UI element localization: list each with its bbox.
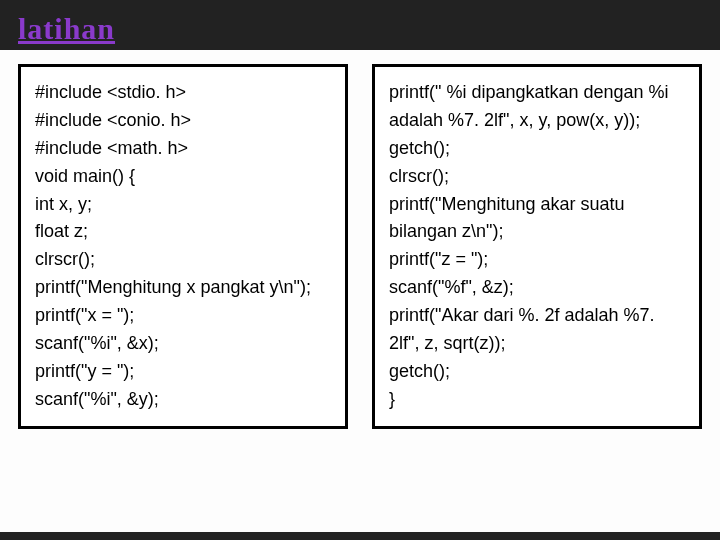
- code-line: void main() {: [35, 163, 331, 191]
- code-line: #include <math. h>: [35, 135, 331, 163]
- code-line: #include <stdio. h>: [35, 79, 331, 107]
- code-line: printf("Akar dari %. 2f adalah %7. 2lf",…: [389, 302, 685, 358]
- code-line: }: [389, 386, 685, 414]
- code-line: printf("x = ");: [35, 302, 331, 330]
- header-bar: latihan: [0, 0, 720, 50]
- code-line: scanf("%i", &x);: [35, 330, 331, 358]
- code-line: int x, y;: [35, 191, 331, 219]
- code-line: printf(" %i dipangkatkan dengan %i adala…: [389, 79, 685, 135]
- code-line: #include <conio. h>: [35, 107, 331, 135]
- page-title: latihan: [18, 12, 115, 46]
- code-line: scanf("%i", &y);: [35, 386, 331, 414]
- code-line: getch();: [389, 358, 685, 386]
- content-area: #include <stdio. h> #include <conio. h> …: [0, 50, 720, 443]
- code-line: float z;: [35, 218, 331, 246]
- code-line: printf("Menghitung x pangkat y\n");: [35, 274, 331, 302]
- code-line: printf("y = ");: [35, 358, 331, 386]
- code-box-right: printf(" %i dipangkatkan dengan %i adala…: [372, 64, 702, 429]
- footer-bar: [0, 532, 720, 540]
- code-line: printf("z = ");: [389, 246, 685, 274]
- code-line: printf("Menghitung akar suatu bilangan z…: [389, 191, 685, 247]
- code-line: getch();: [389, 135, 685, 163]
- code-line: clrscr();: [389, 163, 685, 191]
- code-line: clrscr();: [35, 246, 331, 274]
- code-box-left: #include <stdio. h> #include <conio. h> …: [18, 64, 348, 429]
- code-line: scanf("%f", &z);: [389, 274, 685, 302]
